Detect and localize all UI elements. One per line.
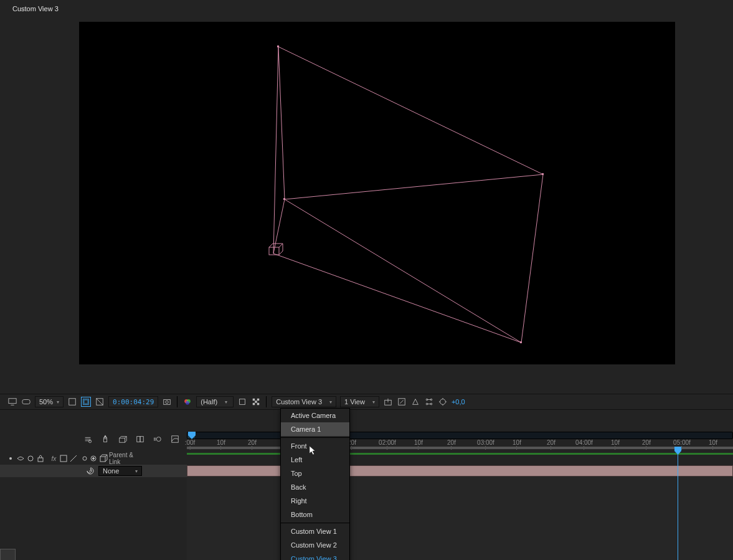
solo-icon[interactable] <box>26 454 35 463</box>
adj-icon[interactable] <box>89 454 98 463</box>
pixel-aspect-icon[interactable] <box>397 397 407 407</box>
svg-rect-63 <box>100 457 105 462</box>
shy-icon[interactable] <box>6 454 15 463</box>
svg-line-6 <box>285 199 521 343</box>
pickwhip-icon[interactable] <box>86 467 95 475</box>
svg-point-62 <box>92 458 94 460</box>
resolution-select[interactable]: (Half)▾ <box>196 396 234 407</box>
share-view-icon[interactable] <box>383 397 393 407</box>
svg-rect-15 <box>542 173 544 175</box>
svg-rect-31 <box>253 399 255 401</box>
svg-rect-47 <box>103 439 106 442</box>
svg-line-3 <box>273 47 278 254</box>
svg-rect-32 <box>257 399 260 401</box>
view-option[interactable]: Active Camera <box>281 409 349 422</box>
view-option[interactable]: Custom View 3 <box>281 552 349 560</box>
svg-point-60 <box>83 457 87 460</box>
svg-line-2 <box>273 254 521 343</box>
bottom-tab[interactable] <box>0 549 16 560</box>
safe-zones-icon[interactable] <box>81 397 91 407</box>
svg-line-0 <box>278 47 543 174</box>
svg-line-10 <box>279 244 283 247</box>
layer-bar[interactable] <box>187 465 733 477</box>
view-dropdown[interactable]: Active CameraCamera 1FrontLeftTopBackRig… <box>280 408 350 560</box>
svg-point-46 <box>88 440 91 442</box>
parent-link-header: Parent & Link <box>109 452 144 465</box>
view-option[interactable]: Left <box>281 453 349 467</box>
resolution-down-icon[interactable] <box>67 397 77 407</box>
svg-point-26 <box>166 401 168 403</box>
view-option[interactable]: Custom View 2 <box>281 538 349 552</box>
svg-rect-49 <box>137 437 140 442</box>
timeline-panel: fx Parent & Link None▾ :00f10f20f01:00f1… <box>0 432 733 560</box>
svg-rect-17 <box>283 198 285 200</box>
render-queue-icon[interactable] <box>100 434 111 445</box>
view-option[interactable]: Back <box>281 480 349 494</box>
graph-editor-icon[interactable] <box>169 434 181 445</box>
exposure-value[interactable]: +0,0 <box>452 398 465 406</box>
snapshot-icon[interactable] <box>162 397 172 407</box>
frame-blend-icon[interactable] <box>135 434 146 445</box>
layer-row[interactable]: None▾ <box>0 465 187 477</box>
desktop-icon[interactable] <box>7 397 17 407</box>
svg-rect-14 <box>277 45 279 47</box>
av-icon[interactable] <box>16 454 25 463</box>
timeline-icon[interactable] <box>424 397 434 407</box>
svg-line-11 <box>279 251 283 255</box>
magnification-select[interactable]: 50%▾ <box>35 396 64 407</box>
quality-icon[interactable] <box>69 454 78 463</box>
svg-rect-21 <box>69 399 76 406</box>
collapse-icon[interactable] <box>59 454 68 463</box>
roi-icon[interactable] <box>237 397 247 407</box>
view-option[interactable]: Bottom <box>281 508 349 521</box>
svg-rect-35 <box>257 403 260 406</box>
vr-icon[interactable] <box>21 397 31 407</box>
color-management-icon[interactable] <box>182 397 192 407</box>
transparency-grid-icon[interactable] <box>251 397 261 407</box>
svg-line-4 <box>278 47 285 199</box>
current-time[interactable]: 0:00:04:29 <box>108 396 158 407</box>
timeline-toolbar <box>0 432 187 447</box>
search-icon[interactable] <box>82 434 93 445</box>
preview-footer: 50%▾ 0:00:04:29 (Half)▾ Custom View 3▾ 1… <box>0 394 733 410</box>
3d-icon[interactable] <box>99 454 108 463</box>
column-headers: fx Parent & Link <box>0 452 187 465</box>
mb-col-icon[interactable] <box>79 454 88 463</box>
views-layout-select[interactable]: 1 View▾ <box>340 396 379 407</box>
svg-line-1 <box>521 174 543 343</box>
svg-rect-34 <box>253 403 255 406</box>
view-option[interactable]: Right <box>281 494 349 508</box>
work-area-bar[interactable] <box>187 453 733 455</box>
svg-rect-58 <box>38 458 43 462</box>
svg-rect-48 <box>120 438 125 442</box>
view-select[interactable]: Custom View 3▾ <box>272 396 336 407</box>
motion-blur-icon[interactable] <box>152 434 163 445</box>
svg-rect-23 <box>84 400 88 404</box>
view-option[interactable]: Camera 1 <box>281 422 349 436</box>
time-ruler[interactable]: :00f10f20f01:00f10f20f02:00f10f20f03:00f… <box>187 432 733 447</box>
view-option[interactable]: Top <box>281 467 349 480</box>
lock-icon[interactable] <box>36 454 45 463</box>
view-option[interactable]: Front <box>281 439 349 453</box>
timeline-tracks[interactable] <box>187 447 733 560</box>
svg-rect-55 <box>172 436 179 443</box>
svg-line-5 <box>285 174 543 199</box>
parent-select[interactable]: None▾ <box>98 466 142 476</box>
svg-point-56 <box>9 457 12 460</box>
svg-point-57 <box>28 456 33 461</box>
playhead[interactable] <box>678 447 678 560</box>
svg-point-45 <box>440 399 446 405</box>
viewport[interactable] <box>79 22 675 364</box>
svg-rect-16 <box>520 341 522 343</box>
mask-visibility-icon[interactable] <box>95 397 105 407</box>
svg-rect-59 <box>60 455 67 462</box>
render-icon[interactable] <box>438 397 448 407</box>
svg-rect-18 <box>9 399 16 404</box>
view-option[interactable]: Custom View 1 <box>281 524 349 538</box>
fx-icon[interactable]: fx <box>50 454 58 463</box>
draft3d-icon[interactable] <box>117 434 128 445</box>
svg-rect-33 <box>255 401 258 403</box>
svg-rect-25 <box>164 400 171 405</box>
fast-previews-icon[interactable] <box>410 397 420 407</box>
svg-rect-20 <box>22 400 30 404</box>
